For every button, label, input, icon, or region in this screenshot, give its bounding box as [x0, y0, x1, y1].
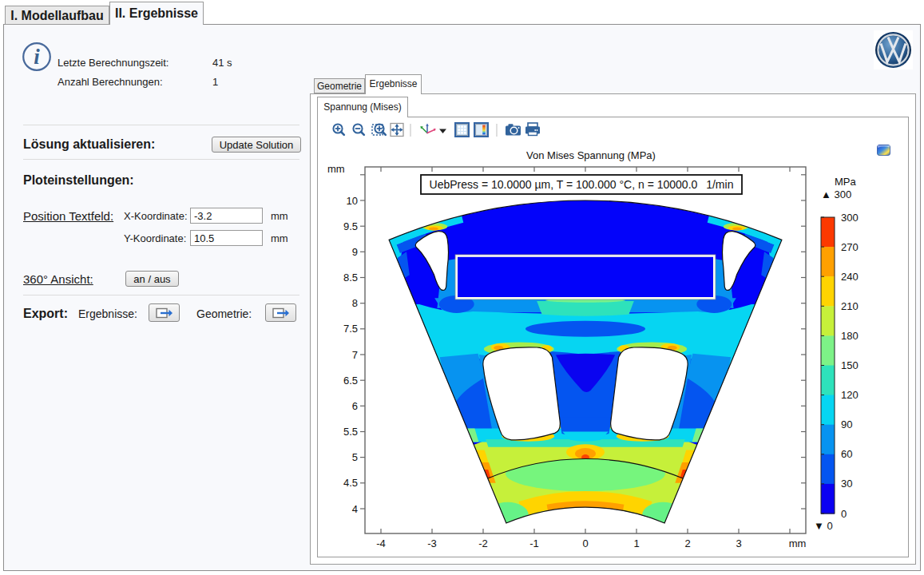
svg-text:5: 5 [352, 451, 358, 463]
svg-text:210: 210 [841, 300, 859, 312]
svg-text:i: i [34, 45, 40, 69]
svg-text:10: 10 [347, 195, 358, 207]
svg-text:120: 120 [841, 389, 859, 401]
svg-text:7: 7 [352, 349, 358, 361]
svg-text:240: 240 [841, 271, 859, 283]
svg-text:270: 270 [841, 241, 859, 253]
svg-text:300: 300 [841, 212, 859, 224]
svg-text:9.5: 9.5 [343, 220, 358, 232]
svg-text:7.5: 7.5 [343, 323, 358, 335]
svg-text:2: 2 [684, 537, 690, 549]
svg-text:6: 6 [352, 400, 358, 412]
svg-text:-3: -3 [427, 537, 437, 549]
svg-text:150: 150 [841, 359, 859, 371]
svg-text:3: 3 [736, 537, 741, 549]
svg-text:8.5: 8.5 [343, 272, 358, 284]
svg-text:1: 1 [633, 537, 639, 549]
svg-text:4: 4 [352, 503, 358, 515]
svg-text:▼ 0: ▼ 0 [814, 520, 833, 532]
svg-text:-4: -4 [376, 537, 386, 549]
svg-text:180: 180 [841, 330, 859, 342]
svg-text:0: 0 [841, 508, 847, 520]
svg-text:0: 0 [582, 537, 588, 549]
svg-text:UebPress = 10.0000 µm, T = 100: UebPress = 10.0000 µm, T = 100.000 °C, n… [430, 178, 734, 191]
svg-text:Von Mises Spannung (MPa): Von Mises Spannung (MPa) [526, 149, 656, 161]
svg-text:5.5: 5.5 [343, 426, 358, 438]
svg-text:mm: mm [327, 163, 345, 175]
svg-text:mm: mm [789, 537, 807, 549]
svg-text:60: 60 [841, 448, 852, 460]
svg-text:30: 30 [841, 478, 852, 490]
svg-text:8: 8 [352, 297, 358, 309]
svg-text:4.5: 4.5 [343, 477, 358, 489]
svg-text:6.5: 6.5 [343, 375, 358, 387]
svg-text:▲ 300: ▲ 300 [821, 188, 851, 200]
svg-text:MPa: MPa [835, 176, 857, 188]
svg-text:90: 90 [841, 418, 852, 430]
svg-text:-2: -2 [478, 537, 488, 549]
svg-text:-1: -1 [529, 537, 539, 549]
svg-text:9: 9 [352, 246, 358, 258]
